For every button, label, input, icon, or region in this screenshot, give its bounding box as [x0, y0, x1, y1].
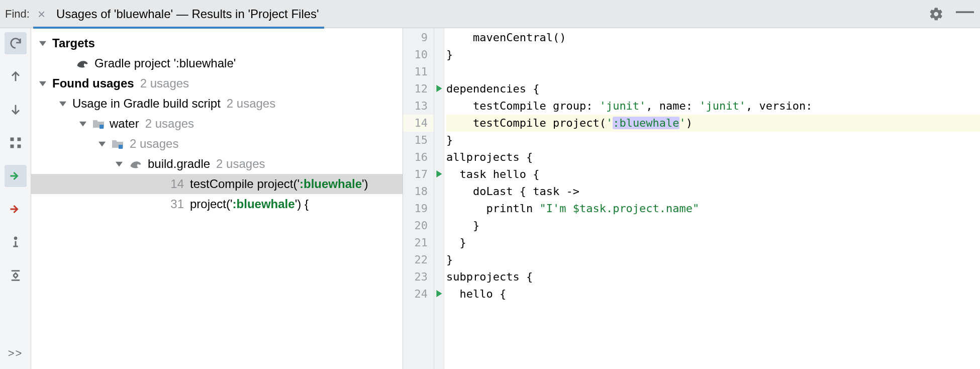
svg-marker-15	[59, 102, 66, 107]
svg-point-8	[15, 237, 17, 239]
line-number: 18	[403, 183, 434, 200]
run-gutter-cell	[434, 182, 444, 199]
file-count: 2 usages	[216, 157, 265, 171]
usage-code: testCompile project(':bluewhale')	[190, 177, 368, 191]
svg-rect-4	[10, 145, 14, 148]
module-name: water	[110, 117, 139, 131]
run-gutter-play-icon[interactable]	[436, 287, 443, 300]
code-line[interactable]: }	[446, 217, 980, 234]
line-number: 20	[403, 217, 434, 234]
export-import-red-icon[interactable]	[5, 198, 27, 220]
code-line[interactable]: testCompile group: 'junit', name: 'junit…	[446, 98, 980, 115]
usage-row[interactable]: 14 testCompile project(':bluewhale')	[31, 174, 403, 194]
tree-node-category[interactable]: Usage in Gradle build script 2 usages	[31, 94, 403, 114]
code-line[interactable]: allprojects {	[446, 149, 980, 166]
tree-node-module[interactable]: water 2 usages	[31, 114, 403, 134]
next-occurrence-icon[interactable]	[5, 99, 27, 121]
code-line[interactable]: }	[446, 251, 980, 268]
category-count: 2 usages	[227, 97, 275, 111]
tree-node-dir[interactable]: 2 usages	[31, 134, 403, 154]
group-by-icon[interactable]	[5, 132, 27, 154]
category-label: Usage in Gradle build script	[72, 97, 221, 111]
code-line[interactable]: mavenCentral()	[446, 29, 980, 46]
line-number-gutter: 9101112131415161718192021222324	[403, 28, 434, 369]
line-number: 22	[403, 251, 434, 268]
gear-icon[interactable]	[929, 7, 944, 22]
code-line[interactable]: println "I'm $task.project.name"	[446, 200, 980, 217]
code-line[interactable]: task hello {	[446, 166, 980, 183]
folder-icon	[112, 139, 124, 149]
chevron-down-icon[interactable]	[97, 139, 107, 148]
prev-occurrence-icon[interactable]	[5, 65, 27, 87]
expand-all-icon[interactable]	[5, 264, 27, 287]
usages-tree[interactable]: Targets Gradle project ':bluewhale' Foun…	[31, 28, 403, 369]
line-number: 24	[403, 286, 434, 303]
line-number: 15	[403, 132, 434, 149]
tree-node-target-item[interactable]: Gradle project ':bluewhale'	[31, 53, 403, 73]
code-area[interactable]: mavenCentral()}dependencies { testCompil…	[444, 28, 980, 369]
line-number: 17	[403, 166, 434, 183]
file-name: build.gradle	[148, 157, 210, 171]
find-toolbar: >>	[0, 28, 31, 369]
find-results-tab[interactable]: Usages of 'bluewhale' — Results in 'Proj…	[56, 0, 319, 28]
found-usages-label: Found usages	[52, 76, 134, 90]
run-gutter-cell[interactable]	[434, 285, 444, 302]
gradle-icon	[129, 159, 143, 169]
usage-line-number: 14	[166, 177, 184, 191]
line-number: 16	[403, 149, 434, 166]
chevron-down-icon[interactable]	[38, 39, 47, 48]
line-number: 13	[403, 98, 434, 115]
run-gutter-cell	[434, 199, 444, 216]
code-line[interactable]	[446, 63, 980, 80]
tree-node-file[interactable]: build.gradle 2 usages	[31, 154, 403, 174]
run-gutter-cell	[434, 267, 444, 285]
run-gutter-cell[interactable]	[434, 165, 444, 182]
usage-line-number: 31	[166, 197, 184, 211]
module-folder-icon	[92, 119, 105, 129]
targets-label: Targets	[52, 36, 95, 50]
svg-marker-23	[436, 290, 442, 297]
line-number: 23	[403, 268, 434, 286]
code-line[interactable]: hello {	[446, 286, 980, 303]
code-line[interactable]: testCompile project(':bluewhale')	[446, 115, 980, 132]
run-gutter-cell	[434, 148, 444, 165]
run-gutter-play-icon[interactable]	[436, 167, 443, 180]
close-tab-icon[interactable]: ×	[38, 8, 45, 21]
run-gutter-cell	[434, 131, 444, 148]
code-line[interactable]: }	[446, 234, 980, 251]
line-number: 14	[403, 115, 434, 132]
svg-marker-21	[436, 85, 442, 92]
svg-marker-22	[436, 170, 442, 177]
run-gutter-play-icon[interactable]	[436, 82, 443, 95]
code-line[interactable]: }	[446, 46, 980, 63]
code-line[interactable]: doLast { task ->	[446, 183, 980, 200]
rerun-icon[interactable]	[5, 32, 27, 54]
svg-marker-16	[79, 122, 86, 127]
usage-row[interactable]: 31 project(':bluewhale') {	[31, 194, 403, 214]
svg-rect-5	[17, 145, 21, 148]
code-line[interactable]: subprojects {	[446, 268, 980, 286]
code-line[interactable]: }	[446, 132, 980, 149]
run-gutter-cell	[434, 97, 444, 114]
run-gutter-cell	[434, 216, 444, 233]
target-item-label: Gradle project ':bluewhale'	[94, 56, 236, 70]
svg-marker-13	[39, 41, 46, 46]
run-gutter-cell[interactable]	[434, 79, 444, 97]
found-usages-count: 2 usages	[140, 76, 189, 90]
chevron-down-icon[interactable]	[115, 159, 124, 168]
find-label: Find:	[5, 8, 30, 21]
usage-code: project(':bluewhale') {	[190, 197, 309, 211]
code-line[interactable]: dependencies {	[446, 80, 980, 98]
tree-node-targets[interactable]: Targets	[31, 33, 403, 53]
more-actions-icon[interactable]: >>	[8, 347, 23, 369]
svg-marker-18	[99, 142, 106, 147]
export-import-green-icon[interactable]	[5, 165, 27, 187]
chevron-down-icon[interactable]	[38, 79, 47, 88]
chevron-down-icon[interactable]	[78, 119, 87, 128]
chevron-down-icon[interactable]	[58, 99, 67, 108]
line-number: 21	[403, 234, 434, 251]
info-icon[interactable]	[5, 231, 27, 253]
tree-node-found-usages[interactable]: Found usages 2 usages	[31, 73, 403, 94]
svg-rect-19	[119, 145, 123, 149]
svg-rect-17	[100, 125, 104, 129]
